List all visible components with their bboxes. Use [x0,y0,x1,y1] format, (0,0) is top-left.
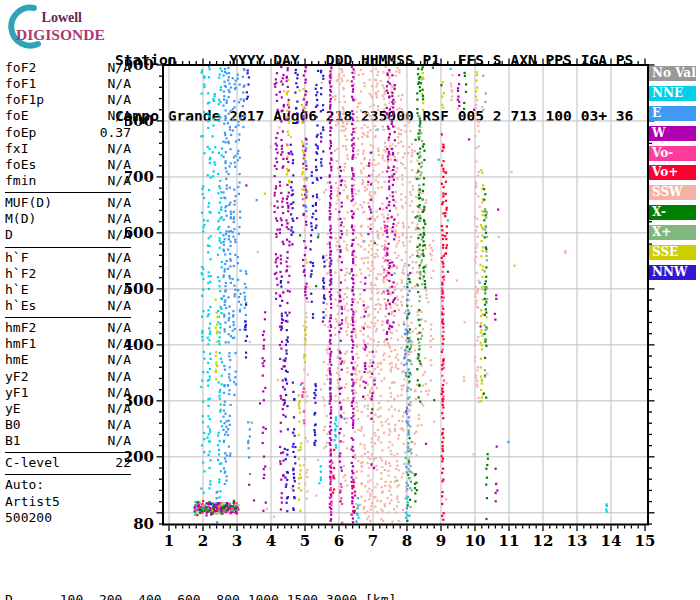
auto-info-row: Artist5 [5,494,131,510]
param-row: h`F2N/A [5,266,131,282]
svg-text:800: 800 [125,112,154,130]
legend-item: NNW [649,265,696,280]
legend-label: SSE [652,245,678,259]
legend-item: Vo- [649,146,696,161]
legend-item: NNE [649,86,696,101]
divider [5,452,131,453]
divider [5,247,131,248]
legend-item: E [649,106,696,121]
svg-text:5: 5 [300,532,310,550]
param-label: h`F2 [5,266,36,282]
param-row: foF1pN/A [5,92,131,108]
svg-text:500: 500 [125,280,154,298]
svg-text:11: 11 [499,532,520,550]
svg-text:700: 700 [125,168,154,186]
legend-item: SSW [649,185,696,200]
param-row: fminN/A [5,173,131,189]
svg-text:3: 3 [232,532,242,550]
param-label: yE [5,401,21,417]
svg-text:8: 8 [402,532,412,550]
legend-label: E [652,106,661,120]
param-row: foEp0.37 [5,125,131,141]
param-row: hmF1N/A [5,336,131,352]
legend-label: NNE [652,86,683,100]
param-label: B0 [5,417,21,433]
param-row: B0N/A [5,417,131,433]
param-row: h`EsN/A [5,298,131,314]
direction-legend: No ValNNEEWVo-Vo+SSWX-X+SSENNW [649,66,696,285]
auto-info-label: 500200 [5,510,52,526]
svg-text:6: 6 [334,532,344,550]
svg-text:80: 80 [133,515,154,533]
param-row: yF1N/A [5,385,131,401]
parameter-panel: foF2N/AfoF1N/AfoF1pN/AfoEN/AfoEp0.37fxIN… [5,60,131,526]
param-label: B1 [5,433,21,449]
param-row: C-level22 [5,455,131,471]
param-label: foF1p [5,92,44,108]
legend-label: X+ [652,225,671,239]
logo: Lowell DIGISONDE [4,4,114,52]
divider [5,317,131,318]
svg-text:300: 300 [125,392,154,410]
param-label: fmin [5,173,36,189]
param-label: foF2 [5,60,36,76]
bottom-readout: D 100 200 400 600 800 1000 1500 3000 [km… [5,555,700,600]
legend-item: SSE [649,245,696,260]
legend-item: W [649,126,696,141]
ionogram-window: Lowell DIGISONDE Station YYYY DAY DDD HH… [0,0,700,600]
param-label: MUF(D) [5,195,52,211]
legend-label: SSW [652,185,683,199]
svg-text:2: 2 [198,532,208,550]
param-label: foEs [5,157,36,173]
legend-label: X- [652,205,666,219]
logo-lowell-text: Lowell [42,10,83,25]
param-label: foE [5,108,28,124]
svg-text:7: 7 [368,532,378,550]
svg-text:12: 12 [533,532,554,550]
param-label: h`Es [5,298,36,314]
svg-text:400: 400 [125,336,154,354]
svg-text:13: 13 [567,532,588,550]
param-row: foF1N/A [5,76,131,92]
param-row: M(D)N/A [5,211,131,227]
param-row: hmEN/A [5,352,131,368]
param-label: hmE [5,352,28,368]
legend-label: No Val [652,66,696,80]
param-label: foF1 [5,76,36,92]
param-label: yF1 [5,385,28,401]
param-row: h`EN/A [5,282,131,298]
auto-info-row: 500200 [5,510,131,526]
divider [5,192,131,193]
param-row: fxIN/A [5,141,131,157]
param-label: hmF2 [5,320,36,336]
ionogram-chart: 9008007006005004003002008012345678910111… [125,50,655,555]
svg-text:200: 200 [125,448,154,466]
divider [5,474,131,475]
svg-text:600: 600 [125,224,154,242]
param-label: hmF1 [5,336,36,352]
param-row: foEsN/A [5,157,131,173]
legend-label: Vo+ [652,165,678,179]
auto-info-label: Artist5 [5,494,60,510]
param-label: foEp [5,125,36,141]
param-row: yEN/A [5,401,131,417]
legend-item: X+ [649,225,696,240]
legend-label: W [652,126,665,140]
param-row: hmF2N/A [5,320,131,336]
auto-info-label: Auto: [5,477,44,493]
param-label: yF2 [5,369,28,385]
param-label: D [5,227,13,243]
svg-text:9: 9 [436,532,446,550]
logo-digisonde-text: DIGISONDE [16,26,105,43]
param-row: yF2N/A [5,369,131,385]
param-row: B1N/A [5,433,131,449]
legend-item: No Val [649,66,696,81]
param-row: DN/A [5,227,131,243]
legend-label: Vo- [652,146,673,160]
param-label: fxI [5,141,28,157]
svg-text:1: 1 [164,532,174,550]
svg-text:14: 14 [601,532,622,550]
svg-text:10: 10 [465,532,486,550]
param-row: foEN/A [5,108,131,124]
param-row: foF2N/A [5,60,131,76]
